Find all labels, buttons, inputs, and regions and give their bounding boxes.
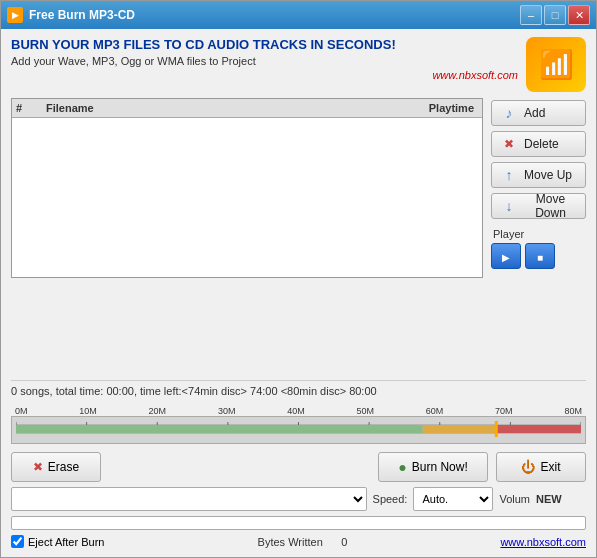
middle-area: # Filename Playtime Add Delete — [11, 98, 586, 376]
svg-rect-2 — [423, 425, 496, 433]
erase-button[interactable]: Erase — [11, 452, 101, 482]
app-icon: ▶ — [7, 7, 23, 23]
ruler-labels: 0M 10M 20M 30M 40M 50M 60M 70M 80M — [11, 405, 586, 416]
play-icon — [502, 248, 510, 264]
play-button[interactable] — [491, 243, 521, 269]
volume-value: NEW — [536, 493, 586, 505]
ruler-label-30: 30M — [218, 406, 236, 416]
delete-button[interactable]: Delete — [491, 131, 586, 157]
ruler-label-0: 0M — [15, 406, 28, 416]
add-button[interactable]: Add — [491, 100, 586, 126]
player-controls — [491, 243, 586, 269]
volume-label: Volum — [499, 493, 530, 505]
bytes-written-value: 0 — [341, 536, 347, 548]
header-title: BURN YOUR MP3 FILES TO CD AUDIO TRACKS I… — [11, 37, 518, 52]
header-subtitle: Add your Wave, MP3, Ogg or WMA files to … — [11, 55, 518, 67]
ruler-label-60: 60M — [426, 406, 444, 416]
exit-icon — [521, 459, 535, 475]
player-section: Player — [491, 228, 586, 269]
col-playtime: Playtime — [398, 102, 478, 114]
window-controls: – □ ✕ — [520, 5, 590, 25]
minimize-button[interactable]: – — [520, 5, 542, 25]
move-up-button[interactable]: Move Up — [491, 162, 586, 188]
svg-rect-3 — [496, 425, 581, 433]
stop-button[interactable] — [525, 243, 555, 269]
burn-label: Burn Now! — [412, 460, 468, 474]
burn-button[interactable]: Burn Now! — [378, 452, 488, 482]
maximize-button[interactable]: □ — [544, 5, 566, 25]
eject-checkbox[interactable] — [11, 535, 24, 548]
burn-row: Erase Burn Now! Exit — [11, 452, 586, 482]
svg-rect-1 — [16, 425, 423, 433]
status-bar: 0 songs, total time: 00:00, time left:<7… — [11, 380, 586, 401]
burn-icon — [398, 459, 406, 475]
ruler-label-70: 70M — [495, 406, 513, 416]
col-filename: Filename — [46, 102, 398, 114]
progress-bar — [11, 516, 586, 530]
bottom-controls: Erase Burn Now! Exit Speed: — [11, 448, 586, 552]
status-text: 0 songs, total time: 00:00, time left:<7… — [11, 385, 377, 397]
speed-select[interactable]: Auto. — [413, 487, 493, 511]
close-button[interactable]: ✕ — [568, 5, 590, 25]
file-list-header: # Filename Playtime — [12, 99, 482, 118]
ruler-section: 0M 10M 20M 30M 40M 50M 60M 70M 80M — [11, 405, 586, 444]
ruler-label-80: 80M — [564, 406, 582, 416]
add-label: Add — [524, 106, 545, 120]
erase-icon — [33, 460, 43, 474]
exit-label: Exit — [540, 460, 560, 474]
eject-label: Eject After Burn — [28, 536, 104, 548]
file-list-container: # Filename Playtime — [11, 98, 483, 278]
player-label: Player — [491, 228, 586, 240]
footer-website[interactable]: www.nbxsoft.com — [500, 536, 586, 548]
ruler-track-wrapper — [16, 420, 581, 441]
col-hash: # — [16, 102, 46, 114]
title-bar: ▶ Free Burn MP3-CD – □ ✕ — [1, 1, 596, 29]
main-window: ▶ Free Burn MP3-CD – □ ✕ BURN YOUR MP3 F… — [0, 0, 597, 558]
logo-area: 📶 — [526, 37, 586, 92]
move-down-label: Move Down — [524, 192, 577, 220]
eject-area: Eject After Burn — [11, 535, 104, 548]
bytes-area: Bytes Written 0 — [258, 536, 348, 548]
move-up-label: Move Up — [524, 168, 572, 182]
buttons-panel: Add Delete Move Up Move Down Player — [491, 98, 586, 376]
exit-button[interactable]: Exit — [496, 452, 586, 482]
speed-label: Speed: — [373, 493, 408, 505]
options-row: Speed: Auto. Volum NEW — [11, 487, 586, 511]
stop-icon — [537, 248, 543, 264]
ruler-label-40: 40M — [287, 406, 305, 416]
footer-row: Eject After Burn Bytes Written 0 www.nbx… — [11, 535, 586, 548]
delete-label: Delete — [524, 137, 559, 151]
bytes-written-label: Bytes Written — [258, 536, 323, 548]
add-icon — [500, 104, 518, 122]
ruler-label-50: 50M — [356, 406, 374, 416]
drive-select[interactable] — [11, 487, 367, 511]
header-website: www.nbxsoft.com — [11, 69, 518, 81]
header-text: BURN YOUR MP3 FILES TO CD AUDIO TRACKS I… — [11, 37, 518, 81]
erase-label: Erase — [48, 460, 79, 474]
wifi-icon: 📶 — [539, 48, 574, 81]
window-title: Free Burn MP3-CD — [29, 8, 520, 22]
move-down-icon — [500, 197, 518, 215]
ruler-svg — [16, 420, 581, 438]
ruler-label-20: 20M — [149, 406, 167, 416]
delete-icon — [500, 135, 518, 153]
main-content: BURN YOUR MP3 FILES TO CD AUDIO TRACKS I… — [1, 29, 596, 557]
header-section: BURN YOUR MP3 FILES TO CD AUDIO TRACKS I… — [11, 37, 586, 92]
move-up-icon — [500, 166, 518, 184]
move-down-button[interactable]: Move Down — [491, 193, 586, 219]
ruler-label-10: 10M — [79, 406, 97, 416]
file-list-body[interactable] — [12, 118, 482, 277]
ruler-container — [11, 416, 586, 444]
